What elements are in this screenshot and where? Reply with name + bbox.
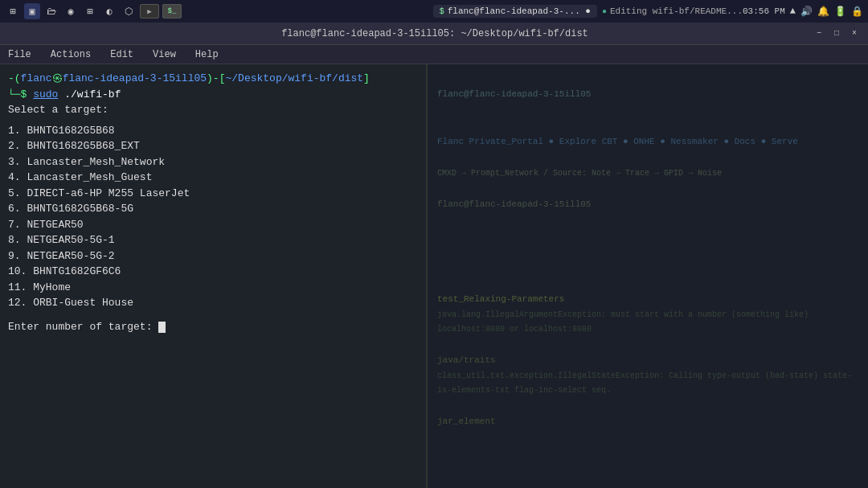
taskbar-icon-7[interactable]: ⬡ <box>121 3 137 19</box>
cursor <box>158 322 166 333</box>
spacer2 <box>8 311 418 319</box>
taskbar-icon-6[interactable]: ◐ <box>101 3 117 19</box>
menu-actions[interactable]: Actions <box>47 47 94 62</box>
title-bar: flanc@flanc-ideapad-3-15ill05: ~/Desktop… <box>0 23 868 45</box>
network-2: 2. BHNTG1682G5B68_EXT <box>8 138 418 154</box>
taskbar-editor-tab[interactable]: ● Editing wifi-bf/README... <box>602 6 743 16</box>
taskbar-icon-terminal[interactable]: $_ <box>162 4 182 18</box>
taskbar-lock-icon: 🔒 <box>851 6 863 18</box>
enter-prompt-line: Enter number of target: <box>8 319 418 335</box>
maximize-button[interactable]: □ <box>831 28 842 39</box>
editor-line-11 <box>437 228 858 244</box>
menu-view[interactable]: View <box>149 47 179 62</box>
editor-line-14 <box>437 277 858 293</box>
editor-line-15: test_Relaxing-Parameters <box>437 292 858 308</box>
network-1: 1. BHNTG1682G5B68 <box>8 123 418 139</box>
network-10: 10. BHNTG1682GF6C6 <box>8 264 418 280</box>
taskbar-audio-icon: 🔊 <box>800 6 813 18</box>
terminal-window: flanc@flanc-ideapad-3-15ill05: ~/Desktop… <box>0 23 868 488</box>
editor-line-8 <box>437 181 858 197</box>
editor-line-21: jar_element <box>437 414 858 430</box>
editor-line-2: flanc@flanc-ideapad-3-15ill05 <box>437 87 858 103</box>
menu-bar: File Actions Edit View Help <box>0 45 868 64</box>
taskbar: ⊞ ▣ 🗁 ◉ ⊞ ◐ ⬡ ▶ $_ $ flanc@flanc-ideapad… <box>0 0 868 23</box>
editor-line-17 <box>437 337 858 353</box>
editor-line-3 <box>437 103 858 119</box>
network-12: 12. ORBI-Guest House <box>8 295 418 311</box>
taskbar-icon-5[interactable]: ⊞ <box>82 3 98 19</box>
taskbar-notify-icon: 🔔 <box>817 6 829 18</box>
menu-help[interactable]: Help <box>192 47 222 62</box>
taskbar-icon-3[interactable]: 🗁 <box>43 3 59 19</box>
terminal-content: -(flanc㉿flanc-ideapad-3-15ill05)-[~/Desk… <box>0 64 868 488</box>
network-7: 7. NETGEAR50 <box>8 217 418 233</box>
taskbar-icon-1[interactable]: ⊞ <box>5 3 21 19</box>
taskbar-icon-8[interactable]: ▶ <box>140 4 159 18</box>
taskbar-terminal-tab[interactable]: $ flanc@flanc-ideapad-3-... ● <box>433 5 597 18</box>
editor-line-12 <box>437 244 858 260</box>
editor-line-6 <box>437 150 858 166</box>
editor-content: flanc@flanc-ideapad-3-15ill05 Flanc Priv… <box>428 64 868 436</box>
taskbar-wifi-icon: ▲ <box>790 6 796 17</box>
menu-edit[interactable]: Edit <box>107 47 137 62</box>
editor-pane: flanc@flanc-ideapad-3-15ill05 Flanc Priv… <box>428 64 868 488</box>
editor-line-5: Flanc Private_Portal ● Explore CBT ● ONH… <box>437 134 858 150</box>
editor-line-20 <box>437 398 858 414</box>
close-button[interactable]: × <box>849 28 860 39</box>
network-4: 4. Lancaster_Mesh_Guest <box>8 170 418 186</box>
network-list: 1. BHNTG1682G5B68 2. BHNTG1682G5B68_EXT … <box>8 123 418 311</box>
taskbar-right: 03:56 PM ▲ 🔊 🔔 🔋 🔒 <box>743 6 863 18</box>
taskbar-time: 03:56 PM <box>743 6 785 16</box>
network-6: 6. BHNTG1682G5B68-5G <box>8 201 418 217</box>
taskbar-icon-4[interactable]: ◉ <box>63 3 79 19</box>
sudo-text: sudo <box>33 88 58 100</box>
editor-faded-text: flanc@flanc-ideapad-3-15ill05 Flanc Priv… <box>437 71 858 429</box>
editor-line-9: flanc@flanc-ideapad-3-15ill05 <box>437 197 858 213</box>
network-3: 3. Lancaster_Mesh_Network <box>8 154 418 170</box>
menu-file[interactable]: File <box>5 47 35 62</box>
prompt-line: -(flanc㉿flanc-ideapad-3-15ill05)-[~/Desk… <box>8 71 418 87</box>
editor-line-19: class_util.txt.exception.IllegalStateExc… <box>437 369 858 398</box>
network-8: 8. NETGEAR50-5G-1 <box>8 232 418 248</box>
command-line: └─$ sudo ./wifi-bf <box>8 87 418 103</box>
network-9: 9. NETGEAR50-5G-2 <box>8 248 418 265</box>
editor-line-4 <box>437 118 858 134</box>
editor-line-16: java.lang.IllegalArgumentException: must… <box>437 308 858 337</box>
network-11: 11. MyHome <box>8 280 418 296</box>
terminal-pane[interactable]: -(flanc㉿flanc-ideapad-3-15ill05)-[~/Desk… <box>0 64 426 488</box>
title-bar-text: flanc@flanc-ideapad-3-15ill05: ~/Desktop… <box>56 28 813 39</box>
minimize-button[interactable]: − <box>813 28 825 39</box>
editor-line-7: CMXD → Prompt_Network / Source: Note → T… <box>437 166 858 181</box>
title-bar-controls: − □ × <box>813 28 860 39</box>
taskbar-icon-2[interactable]: ▣ <box>24 3 40 19</box>
editor-line-18: java/traits <box>437 353 858 369</box>
editor-line-13 <box>437 260 858 277</box>
select-label: Select a target: <box>8 102 418 118</box>
network-5: 5. DIRECT-a6-HP M255 LaserJet <box>8 186 418 202</box>
taskbar-battery-icon: 🔋 <box>834 6 846 18</box>
taskbar-center: $ flanc@flanc-ideapad-3-... ● ● Editing … <box>433 5 743 18</box>
taskbar-left: ⊞ ▣ 🗁 ◉ ⊞ ◐ ⬡ ▶ $_ <box>5 3 433 19</box>
editor-line-1 <box>437 71 858 87</box>
editor-line-10 <box>437 212 858 228</box>
